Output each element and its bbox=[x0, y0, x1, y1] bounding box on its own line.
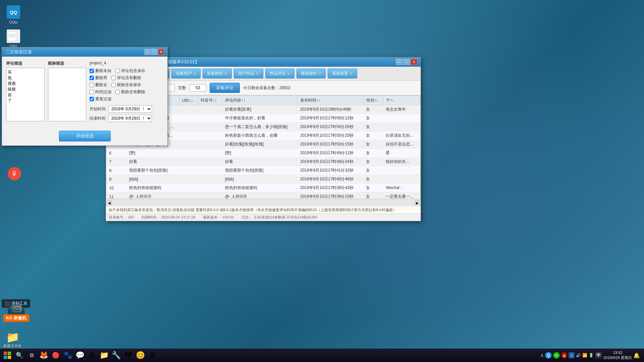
table-row[interactable]: 10 粉色的有啥链接码 粉色的有啥链接码 2019年9月10日17时38分43秒… bbox=[107, 184, 420, 192]
tray-show-hidden[interactable]: ∧ bbox=[540, 353, 544, 358]
comment-filter-textarea[interactable]: 买 低 搜索 链接 咨 了 bbox=[6, 68, 45, 121]
kk-icon-img: 📹 bbox=[10, 301, 22, 313]
table-row[interactable]: 6 [赞] [赞] 2019年9月10日17时49分11秒 女 爱 bbox=[107, 149, 420, 158]
taskbar-app8-btn[interactable]: 🔧 bbox=[110, 349, 122, 361]
checkbox-time-filter[interactable]: 时间过滤 bbox=[90, 89, 111, 95]
checkbox-nickname-saved[interactable]: 昵称含有保存 bbox=[111, 82, 141, 88]
taskbar-clock[interactable]: 13:52 2019/9/29 星期日 bbox=[603, 350, 632, 361]
new-folder-icon[interactable]: 📁 新建文件夹 bbox=[3, 331, 22, 349]
icon-extra-1-img: 🎙 bbox=[8, 167, 21, 180]
dialog-maximize[interactable]: □ bbox=[151, 49, 157, 55]
checkbox-time-filter-input[interactable] bbox=[90, 90, 94, 94]
col-time[interactable]: 发布时间↑↓ bbox=[298, 96, 363, 105]
checkbox-delete-male-input[interactable] bbox=[90, 76, 94, 80]
page-input[interactable] bbox=[190, 84, 206, 92]
checkbox-nickname-delete-label: 昵称含有删除 bbox=[121, 89, 145, 95]
checkbox-delete-female[interactable]: 删除女 bbox=[90, 82, 107, 88]
scroll-track[interactable] bbox=[113, 201, 413, 205]
qqip-icon[interactable]: QQ QQip bbox=[0, 3, 27, 27]
taskbar-app4-btn[interactable]: 🔴 bbox=[50, 349, 62, 361]
checkbox-repeat-filter[interactable]: 重复过滤 bbox=[90, 96, 111, 102]
nav-simulate-ops[interactable]: 模拟操作 ∨ bbox=[297, 69, 326, 78]
tray-lang-cn[interactable]: 中 bbox=[595, 352, 602, 359]
app-close-btn[interactable]: ✕ bbox=[411, 59, 417, 65]
end-time-label: 结束时间 bbox=[90, 116, 106, 121]
icon-extra-1[interactable]: 🎙 bbox=[2, 164, 27, 184]
tray-network-icon[interactable]: 📶 bbox=[582, 353, 587, 358]
checkbox-comment-delete-input[interactable] bbox=[111, 76, 116, 80]
taskbar-app9-btn[interactable]: 🗺 bbox=[122, 349, 134, 361]
tray-lock-icon[interactable]: 🔒 bbox=[561, 352, 567, 358]
time-section: 开始时间 2019年 9月29日 ！ 结束时间 2019年 9月29日 ！ bbox=[90, 105, 163, 122]
app-maximize-btn[interactable]: □ bbox=[403, 59, 410, 65]
cell-comment: 好看[玫瑰][玫瑰][玫瑰] bbox=[222, 140, 298, 149]
taskbar-app11-btn[interactable]: 🖥 bbox=[146, 349, 158, 361]
cell-time: 2019年9月10日17时40分46秒 bbox=[298, 175, 363, 184]
checkbox-row-1: 删除未知 评论包含保存 bbox=[90, 68, 163, 74]
system-tray: ∧ Q W 🔒 S 🔊 📶 🔋 中 13:52 2019/9/29 星期日 bbox=[538, 349, 643, 361]
dialog-footer: 开始筛选 bbox=[2, 128, 167, 145]
col-douyin[interactable]: 抖音号↑↓ bbox=[198, 96, 222, 105]
end-time-select[interactable]: 2019年 9月29日 ！ bbox=[108, 115, 152, 122]
table-row[interactable]: 11 @- 人间SI月 @- 人间SI月 2019年9月10日17时38分15秒… bbox=[107, 192, 420, 199]
horizontal-scrollbar[interactable]: ◀ ▶ bbox=[106, 199, 421, 206]
col-comment[interactable]: 评论内容↑↓ bbox=[222, 96, 298, 105]
nav-user-works[interactable]: 用户作品 ∨ bbox=[234, 69, 263, 78]
comment-filter-panel: 评论筛选 买 低 搜索 链接 咨 了 bbox=[6, 61, 45, 124]
taskbar-search-btn[interactable]: 🔍 bbox=[13, 349, 25, 361]
checkbox-delete-male[interactable]: 删除男 bbox=[90, 75, 107, 81]
checkbox-repeat-filter-input[interactable] bbox=[90, 97, 94, 101]
scroll-right-btn[interactable]: ▶ bbox=[415, 200, 420, 205]
checkbox-delete-female-input[interactable] bbox=[90, 83, 94, 87]
taskbar-folder-btn[interactable]: 📁 bbox=[98, 349, 110, 361]
taskbar-wechat-btn[interactable]: 💬 bbox=[74, 349, 86, 361]
tray-sound-icon[interactable]: S bbox=[569, 352, 575, 358]
scroll-left-btn[interactable]: ◀ bbox=[107, 200, 112, 205]
app-minimize-btn[interactable]: ─ bbox=[396, 59, 402, 65]
cell-seq: 7 bbox=[107, 158, 126, 166]
tray-wechat-icon[interactable]: W bbox=[553, 352, 560, 359]
cell-extra: 爱 bbox=[383, 149, 420, 158]
collect-comments-btn[interactable]: 采集评论 bbox=[210, 83, 240, 93]
tray-battery-icon[interactable]: 🔋 bbox=[589, 353, 594, 358]
tray-qq-icon[interactable]: Q bbox=[545, 352, 552, 359]
checkbox-delete-notify-input[interactable] bbox=[90, 69, 94, 73]
checkbox-comment-saved[interactable]: 评论包含保存 bbox=[115, 68, 145, 74]
checkbox-nickname-saved-input[interactable] bbox=[111, 83, 116, 87]
checkbox-comment-delete[interactable]: 评论含有删除 bbox=[111, 75, 141, 81]
nav-collect-users[interactable]: 采集用户 ∨ bbox=[171, 69, 201, 78]
taskbar-app5-btn[interactable]: 🐾 bbox=[62, 349, 74, 361]
nickname-filter-textarea[interactable] bbox=[48, 68, 87, 121]
taskbar-app10-btn[interactable]: 😊 bbox=[134, 349, 146, 361]
taskbar-start-btn[interactable] bbox=[1, 349, 13, 361]
taskbar-taskview-btn[interactable]: ⧉ bbox=[25, 349, 38, 361]
checkbox-repeat-filter-label: 重复过滤 bbox=[95, 96, 111, 102]
col-extra[interactable]: 个↑↓ bbox=[383, 96, 420, 105]
taskbar-firefox-btn[interactable]: 🦊 bbox=[38, 349, 50, 361]
tray-notification-btn[interactable]: 🔔 bbox=[633, 349, 640, 361]
table-row[interactable]: 8 我想要那个包包[捂脸] 我想要那个包包[捂脸] 2019年9月10日17时4… bbox=[107, 166, 420, 175]
table-row[interactable]: 7 好看 好看 2019年9月10日17时48分24秒 女 惦好你的关... bbox=[107, 158, 420, 166]
kk-recorder-icon[interactable]: 📹 KK 录像机 bbox=[3, 301, 29, 322]
col-uid[interactable]: UID↑↓ bbox=[179, 96, 198, 105]
cell-nickname: 好看 bbox=[126, 158, 179, 166]
dialog-minimize[interactable]: ─ bbox=[145, 49, 151, 55]
nav-works-comments[interactable]: 作品评论 ∨ bbox=[265, 69, 294, 78]
checkbox-comment-saved-input[interactable] bbox=[115, 69, 120, 73]
dialog-close-btn[interactable]: ✕ bbox=[158, 49, 164, 55]
nav-collect-fans[interactable]: 采集粉丝 ∨ bbox=[203, 69, 232, 78]
tray-speaker-icon[interactable]: 🔊 bbox=[576, 353, 581, 358]
checkbox-nickname-delete-input[interactable] bbox=[115, 90, 120, 94]
checkbox-nickname-delete[interactable]: 昵称含有删除 bbox=[115, 89, 145, 95]
start-time-select[interactable]: 2019年 9月29日 ！ bbox=[108, 105, 152, 113]
cell-nickname: 我想要那个包包[捂脸] bbox=[126, 166, 179, 175]
new-folder-label: 新建文件夹 bbox=[3, 344, 22, 349]
start-filter-btn[interactable]: 开始筛选 bbox=[59, 131, 111, 141]
table-row[interactable]: 9 [666] [666] 2019年9月10日17时40分46秒 女 bbox=[107, 175, 420, 184]
desktop: QQ QQip YMY bbox=[0, 0, 644, 362]
checkbox-delete-notify[interactable]: 删除未知 bbox=[90, 68, 111, 74]
col-gender[interactable]: 性别↑↓ bbox=[363, 96, 383, 105]
cell-time: 2019年9月10日17时50分25秒 bbox=[298, 131, 363, 140]
nav-system-settings[interactable]: 系统设置 ∨ bbox=[328, 69, 357, 78]
taskbar-settings-btn[interactable]: ⚙ bbox=[86, 349, 98, 361]
